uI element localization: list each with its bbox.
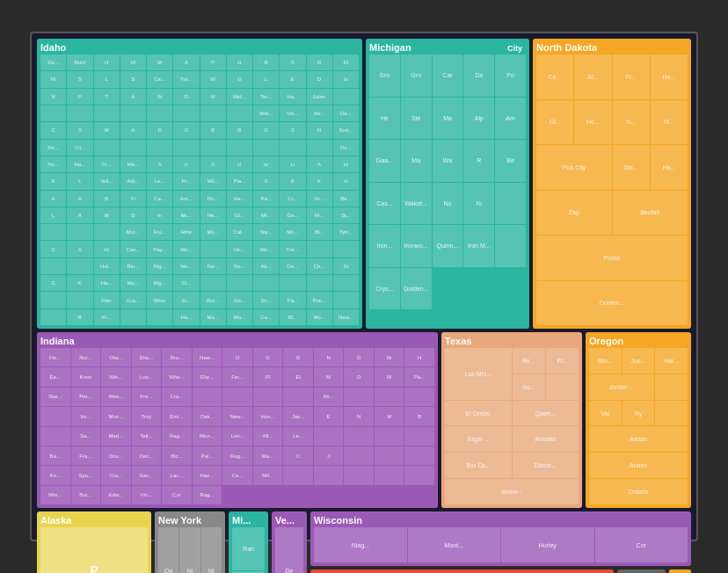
cell: A: [147, 156, 172, 172]
cell: C: [40, 241, 66, 257]
cell: In: [147, 207, 172, 223]
cell: Fal...: [200, 258, 226, 274]
cell: El Cenizo: [445, 401, 512, 426]
cell: Ontario: [589, 479, 688, 504]
cell: H: [227, 54, 252, 70]
cell: [67, 258, 92, 274]
cell: Cas...: [369, 183, 400, 225]
cell: Ririe: [173, 224, 199, 240]
cell: [307, 140, 332, 156]
cell: Mon...: [193, 427, 222, 446]
cell: N: [307, 122, 332, 138]
cell: Mo...: [227, 309, 252, 325]
cell: [404, 427, 434, 446]
cell: Portal: [536, 236, 688, 280]
cell: [404, 388, 434, 406]
cell: [253, 388, 283, 406]
cell: Fr...: [94, 156, 120, 172]
cell: S: [253, 173, 279, 189]
alaska-title: Alaska: [40, 515, 148, 526]
cell: P: [200, 54, 226, 70]
cell: Do...: [333, 140, 359, 156]
cell: Pa...: [280, 292, 305, 308]
cell: Quem...: [513, 401, 579, 426]
cell: Med...: [101, 427, 131, 446]
cell: For...: [280, 241, 305, 257]
cell: Di: [333, 54, 359, 70]
cell: T: [94, 89, 120, 105]
cell: Me...: [120, 156, 146, 172]
cell: [655, 401, 688, 426]
cell: Star...: [40, 388, 70, 406]
cell: [173, 105, 199, 121]
cell: Gro: [401, 54, 432, 97]
cell: New...: [222, 407, 252, 425]
cell: Rag...: [162, 427, 192, 446]
cell: Da...: [333, 105, 359, 121]
cell: Oak...: [193, 407, 222, 425]
cell: [227, 140, 252, 156]
cell: D: [147, 122, 172, 138]
cell: Ge...: [280, 258, 305, 274]
cell: Knox: [71, 367, 101, 386]
cell: [404, 446, 434, 465]
cell: Ro...: [227, 258, 252, 274]
cell: Bl...: [307, 224, 332, 240]
cell: Mur...: [120, 224, 146, 240]
cell: M: [314, 367, 344, 386]
cell: [283, 466, 313, 484]
cell: [404, 466, 434, 484]
cell: Cra...: [101, 466, 131, 484]
alaska-region: Alaska P: [37, 511, 151, 573]
cell: L: [253, 71, 279, 87]
cell: [333, 275, 359, 291]
cell: K: [307, 173, 332, 189]
cell: Ea...: [40, 367, 70, 386]
oregon-region: Oregon Bro... Jun... Har... Jordan ... V…: [586, 332, 691, 508]
cell: Ca...: [253, 309, 279, 325]
cell: E: [314, 407, 344, 425]
mi-small-region: Mi... Ran Inte: [229, 511, 268, 573]
cell: L: [94, 71, 120, 87]
cell: Brown -: [445, 479, 579, 504]
cell: [655, 374, 688, 400]
cell: [307, 275, 332, 291]
cell: Wil...: [200, 173, 226, 189]
cell: [67, 224, 92, 240]
cell: [253, 275, 279, 291]
north-dakota-title: North Dakota: [536, 42, 688, 53]
cell: [120, 309, 146, 325]
cell: L: [40, 207, 66, 223]
cell: [280, 275, 305, 291]
cell: Jun...: [622, 348, 655, 374]
city-label: City: [507, 44, 526, 53]
cell: [94, 105, 120, 121]
cell: [200, 241, 226, 257]
cell: Ki...: [94, 309, 120, 325]
cell: [375, 446, 404, 465]
cell: Fre...: [132, 388, 162, 406]
cell: Ha...: [67, 156, 92, 172]
cell: W: [375, 367, 404, 386]
cell: A: [120, 89, 146, 105]
cell: Pa...: [253, 191, 279, 207]
cell: Ha...: [227, 191, 252, 207]
cell: Ma...: [200, 309, 226, 325]
texas-region: Texas Los Min... Re... Pr... No... El Ce…: [441, 332, 582, 508]
cell: Annex: [589, 453, 688, 478]
maine-region: Maine: [617, 569, 666, 573]
cell: Dov...: [101, 446, 131, 465]
cell: [67, 292, 92, 308]
cell: D: [307, 71, 332, 87]
cell: Mo...: [253, 241, 279, 257]
cell: O: [173, 89, 199, 105]
mi-small-title: Mi...: [232, 515, 265, 526]
cell: Vin...: [132, 486, 162, 504]
cell: Sta...: [613, 145, 650, 190]
cell: N: [40, 89, 66, 105]
cell: Yell...: [94, 173, 120, 189]
cell: Ha...: [94, 275, 120, 291]
cell: [120, 140, 146, 156]
cell: B: [94, 191, 120, 207]
cell: B: [67, 309, 92, 325]
